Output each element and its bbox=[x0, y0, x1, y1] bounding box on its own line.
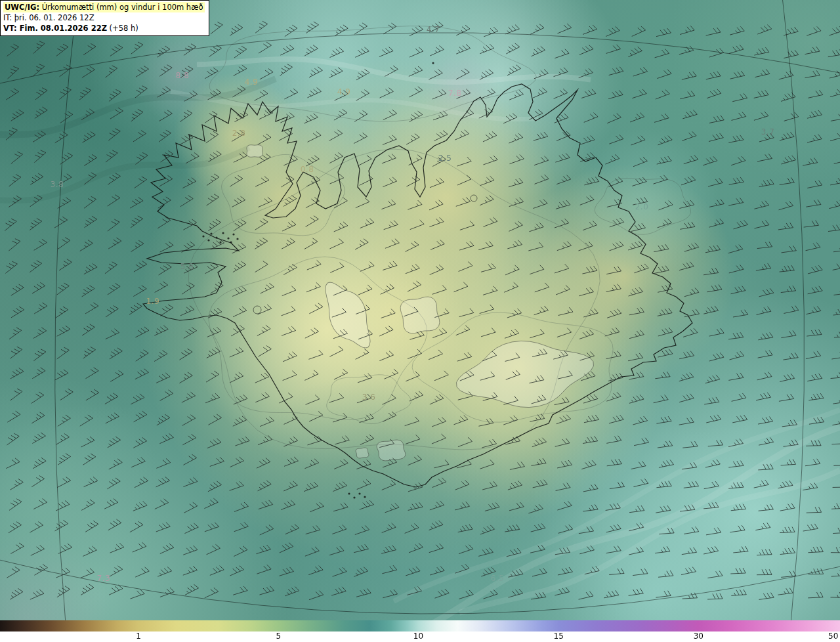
legend-title-line: UWC/IG: Úrkomumætti (mm) og vindur i 100… bbox=[3, 2, 205, 12]
colorbar-tick-5: 5 bbox=[276, 631, 281, 641]
legend-box: UWC/IG: Úrkomumætti (mm) og vindur i 100… bbox=[0, 0, 209, 36]
colorbar-tick-50: 50 bbox=[828, 631, 838, 641]
valid-time-line: VT: Fim. 08.01.2026 22Z (+58 h) bbox=[3, 23, 205, 33]
chart-title: Úrkomumætti (mm) og vindur i 100m hæð bbox=[39, 3, 203, 12]
map-area: 4.78.84.94.97.82.83.72.53.80.82.05.81.93… bbox=[0, 0, 840, 620]
weather-forecast-chart: 4.78.84.94.97.82.83.72.53.80.82.05.81.93… bbox=[0, 0, 840, 642]
colorbar-tick-10: 10 bbox=[413, 631, 423, 641]
colorbar-tick-row: 1510153050 bbox=[0, 631, 840, 642]
colorbar: 1510153050 bbox=[0, 620, 840, 642]
colorbar-tick-30: 30 bbox=[694, 631, 704, 641]
precipitation-wind-field-canvas bbox=[0, 0, 840, 620]
init-time: IT: þri. 06. 01. 2026 12Z bbox=[3, 13, 94, 22]
init-time-line: IT: þri. 06. 01. 2026 12Z bbox=[3, 12, 205, 23]
colorbar-tick-1: 1 bbox=[136, 631, 141, 641]
lead-time: (+58 h) bbox=[107, 24, 138, 33]
model-id: UWC/IG: bbox=[5, 3, 39, 12]
colorbar-gradient bbox=[0, 620, 840, 631]
valid-time: VT: Fim. 08.01.2026 22Z bbox=[3, 24, 107, 33]
colorbar-tick-15: 15 bbox=[554, 631, 564, 641]
